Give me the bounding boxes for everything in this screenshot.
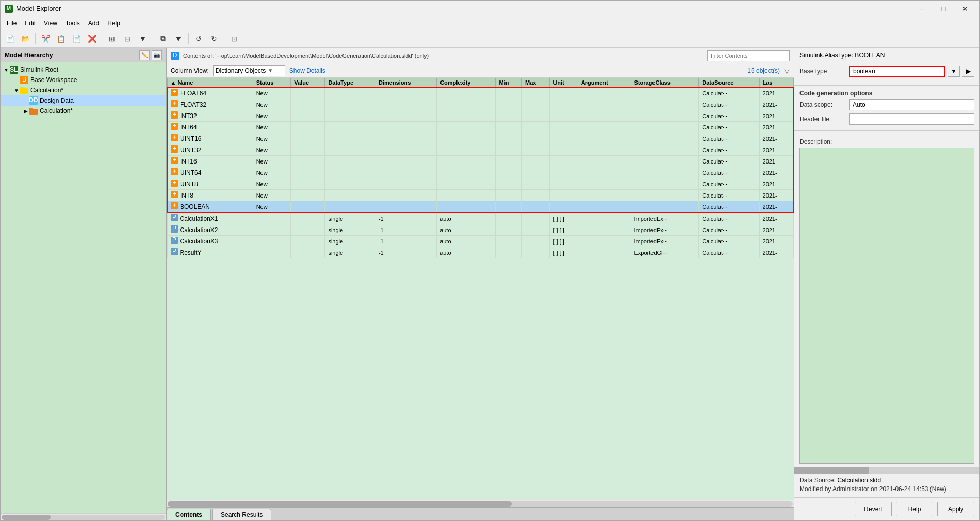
menu-view[interactable]: View (40, 19, 61, 28)
left-scroll-thumb[interactable] (2, 515, 51, 520)
object-count[interactable]: 15 object(s) (747, 67, 780, 74)
tab-search[interactable]: Search Results (212, 509, 271, 520)
table-row[interactable]: +BOOLEAN New Calculat··· 2021- (167, 201, 793, 213)
cell-dimensions (375, 122, 436, 133)
table-row[interactable]: +INT64 New Calculat··· 2021- (167, 122, 793, 133)
toolbar-undo[interactable]: ↺ (191, 31, 206, 46)
table-row[interactable]: +INT8 New Calculat··· 2021- (167, 190, 793, 201)
menu-bar: File Edit View Tools Add Help (1, 17, 979, 29)
tree-item-calc[interactable]: ▼ Calculation* (1, 85, 166, 95)
tree-item-calc2[interactable]: ▶ Calculation* (1, 106, 166, 116)
cell-name: PCalculationX3 (167, 236, 253, 247)
toolbar-delete[interactable]: ❌ (85, 31, 99, 46)
tab-contents[interactable]: Contents (167, 509, 211, 520)
cell-datatype (325, 87, 375, 99)
table-row[interactable]: PCalculationX2 single -1 auto [ ] [ ] Im… (167, 224, 793, 236)
menu-tools[interactable]: Tools (61, 19, 84, 28)
cell-datatype (325, 110, 375, 122)
left-panel-camera-btn[interactable]: 📷 (152, 50, 162, 60)
column-view-select[interactable]: Dictionary Objects ▼ (213, 65, 285, 76)
bottom-hscroll-track[interactable] (168, 501, 793, 507)
revert-button[interactable]: Revert (855, 502, 892, 516)
help-button[interactable]: Help (896, 502, 933, 516)
menu-help[interactable]: Help (103, 19, 124, 28)
toolbar-layout[interactable]: ⊡ (227, 31, 241, 46)
cell-unit (550, 144, 578, 156)
cell-dimensions (375, 178, 436, 190)
cell-name: +UINT16 (167, 133, 253, 144)
minimize-button[interactable]: ─ (911, 2, 932, 16)
table-row[interactable]: +UINT64 New Calculat··· 2021- (167, 167, 793, 178)
tree-item-root[interactable]: ▼ SL Simulink Root (1, 64, 166, 75)
tree-toggle-calc[interactable]: ▼ (13, 87, 20, 94)
table-row[interactable]: PResultY single -1 auto [ ] [ ] Exported… (167, 247, 793, 258)
tree-toggle-dd[interactable] (22, 97, 29, 104)
header-file-input[interactable] (849, 113, 974, 125)
toolbar-copy[interactable]: 📋 (54, 31, 68, 46)
right-panel-title: Simulink.AliasType: BOOLEAN (799, 52, 885, 59)
table-row[interactable]: +FLOAT32 New Calculat··· 2021- (167, 99, 793, 110)
base-type-action-btn[interactable]: ▶ (962, 66, 974, 77)
filter-input[interactable] (707, 50, 790, 61)
data-scope-input[interactable] (849, 99, 974, 110)
right-hscroll-thumb[interactable] (794, 467, 869, 474)
cell-argument (578, 87, 631, 99)
show-details-link[interactable]: Show Details (289, 67, 325, 74)
table-row[interactable]: +FLOAT64 New Calculat··· 2021- (167, 87, 793, 99)
table-row[interactable]: +INT32 New Calculat··· 2021- (167, 110, 793, 122)
table-row[interactable]: +UINT32 New Calculat··· 2021- (167, 144, 793, 156)
cell-datatype: single (325, 213, 375, 224)
cell-complexity: auto (437, 236, 496, 247)
left-bottom-scrollbar[interactable] (1, 513, 166, 520)
filter-icon[interactable]: ▽ (784, 67, 790, 75)
table-row[interactable]: +INT16 New Calculat··· 2021- (167, 156, 793, 167)
toolbar: 📄 📂 ✂️ 📋 📄 ❌ ⊞ ⊟ ▼ ⧉ ▼ ↺ ↻ ⊡ (1, 29, 979, 48)
bottom-hscroll-thumb[interactable] (168, 501, 512, 507)
cell-complexity: auto (437, 213, 496, 224)
tree-toggle-base[interactable] (13, 76, 20, 84)
cell-datasource: Calculat··· (699, 167, 759, 178)
center-table-wrapper[interactable]: ▲ Name Status Value DataType Dimensions … (167, 78, 794, 500)
menu-edit[interactable]: Edit (21, 19, 40, 28)
toolbar-open[interactable]: 📂 (18, 31, 32, 46)
cell-datasource: Calculat··· (699, 190, 759, 201)
tree-toggle-root[interactable]: ▼ (3, 66, 10, 73)
left-panel-edit-btn[interactable]: ✏️ (139, 50, 150, 60)
menu-add[interactable]: Add (84, 19, 103, 28)
base-type-input[interactable] (849, 66, 945, 77)
toolbar-paste[interactable]: 📄 (69, 31, 84, 46)
left-scroll-track[interactable] (2, 515, 165, 520)
cell-min (496, 178, 522, 190)
toolbar-new[interactable]: 📄 (3, 31, 17, 46)
toolbar-redo[interactable]: ↻ (207, 31, 221, 46)
maximize-button[interactable]: □ (933, 2, 954, 16)
cell-argument (578, 110, 631, 122)
description-textarea[interactable] (799, 148, 974, 464)
table-row[interactable]: +UINT16 New Calculat··· 2021- (167, 133, 793, 144)
right-hscroll-track[interactable] (794, 467, 979, 474)
tree-item-base[interactable]: B Base Workspace (1, 75, 166, 85)
cell-datatype (325, 167, 375, 178)
apply-button[interactable]: Apply (937, 502, 974, 516)
toolbar-arrow-down[interactable]: ▼ (136, 31, 150, 46)
bottom-hscrollbar[interactable] (167, 500, 794, 507)
table-row[interactable]: +UINT8 New Calculat··· 2021- (167, 178, 793, 190)
cell-min (496, 201, 522, 213)
table-row[interactable]: PCalculationX3 single -1 auto [ ] [ ] Im… (167, 236, 793, 247)
toolbar-cut[interactable]: ✂️ (38, 31, 53, 46)
right-hscrollbar[interactable] (794, 467, 979, 473)
base-type-dropdown-btn[interactable]: ▼ (948, 66, 960, 77)
svg-text:+: + (172, 191, 176, 198)
cell-value (291, 224, 325, 236)
toolbar-view1[interactable]: ⧉ (156, 31, 170, 46)
tree-toggle-calc2[interactable]: ▶ (22, 107, 29, 115)
close-button[interactable]: ✕ (955, 2, 975, 16)
menu-file[interactable]: File (3, 19, 21, 28)
tree-item-dd[interactable]: DD Design Data (1, 95, 166, 106)
cell-storageclass (631, 110, 699, 122)
toolbar-grid2[interactable]: ⊟ (120, 31, 135, 46)
table-row[interactable]: PCalculationX1 single -1 auto [ ] [ ] Im… (167, 213, 793, 224)
toolbar-grid1[interactable]: ⊞ (105, 31, 119, 46)
cell-complexity (437, 167, 496, 178)
toolbar-view2[interactable]: ▼ (171, 31, 186, 46)
